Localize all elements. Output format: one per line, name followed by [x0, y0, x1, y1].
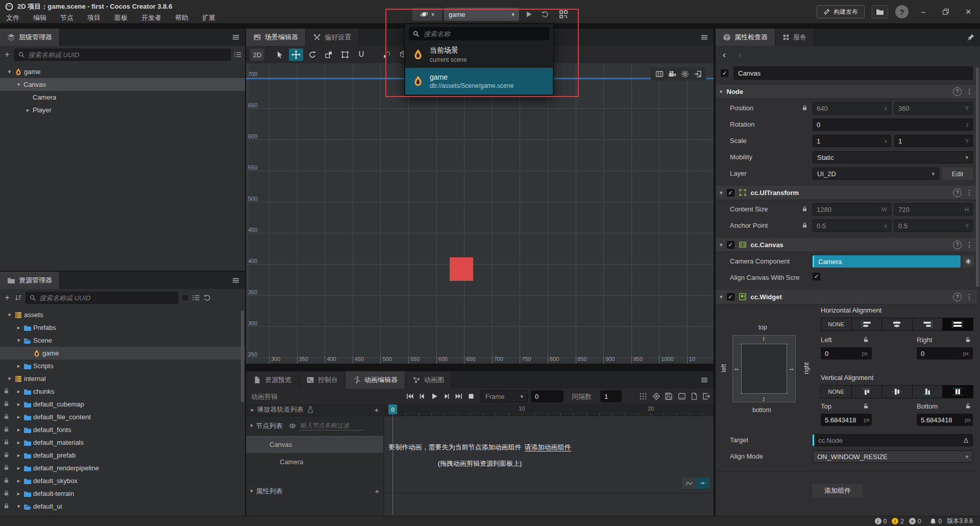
widget-right-field[interactable]: 0px [917, 347, 973, 360]
hierarchy-search[interactable] [14, 49, 231, 61]
assets-scrollbar[interactable] [241, 310, 244, 402]
dots-grid-icon[interactable] [639, 392, 647, 400]
minimize-button[interactable]: − [916, 4, 931, 19]
hierarchy-tree-row[interactable]: ▸ Player [0, 104, 245, 116]
kebab-menu-icon[interactable]: ⋮ [966, 87, 973, 95]
collapse-icon[interactable]: ▾ [720, 294, 723, 300]
rect-tool-button[interactable] [338, 49, 352, 61]
expand-arrow-icon[interactable]: ▾ [250, 488, 253, 494]
assets-tree-row[interactable]: ▾ default_ui [0, 500, 245, 513]
expand-arrow-icon[interactable]: ▸ [15, 414, 22, 420]
add-property-button[interactable]: + [375, 487, 379, 495]
valign-none-button[interactable]: NONE [821, 386, 851, 398]
assets-tree-row[interactable]: ▸ default_file_content [0, 411, 245, 423]
expand-arrow-icon[interactable]: ▸ [15, 388, 22, 395]
add-component-button[interactable]: 添加组件 [812, 483, 864, 498]
nav-back-button[interactable]: ‹ [723, 50, 726, 60]
preview-play-button[interactable] [522, 8, 536, 21]
tab-asset-preview[interactable]: 资源预览 [246, 371, 299, 389]
widget-target-field[interactable]: cc.Node Δ [813, 434, 973, 446]
scale-tool-button[interactable] [322, 49, 336, 61]
scale-x-field[interactable]: 1x [813, 135, 891, 147]
assets-type-toggle[interactable] [182, 294, 189, 301]
assets-tree-row[interactable]: ▸ default_prefab [0, 449, 245, 462]
track-list-header[interactable]: ▸ 播放器轨道列表 + [246, 403, 384, 416]
assets-tree-row[interactable]: ▾ internal [0, 372, 245, 385]
playhead-frame-chip[interactable]: 0 [388, 404, 397, 414]
hierarchy-tree-row[interactable]: Camera [0, 91, 245, 104]
expand-arrow-icon[interactable]: ▾ [15, 337, 22, 344]
anchor-tool-button[interactable] [354, 49, 369, 61]
assets-tree-row[interactable]: ▸ default-terrain [0, 487, 245, 500]
content-width-field[interactable]: 1280W [813, 203, 891, 216]
frame-value-input[interactable]: 0 [531, 390, 564, 402]
menu-item[interactable]: 面板 [114, 13, 128, 22]
keyframe-icon[interactable] [652, 392, 660, 400]
build-publish-button[interactable]: 构建发布 [817, 5, 865, 18]
expand-arrow-icon[interactable]: ▸ [251, 407, 254, 413]
restore-button[interactable] [938, 4, 953, 19]
hierarchy-menu-icon[interactable] [232, 33, 240, 41]
widget-left-field[interactable]: 0px [821, 347, 872, 360]
expand-arrow-icon[interactable]: ▸ [15, 477, 22, 484]
anchor-y-field[interactable]: 0.5Y [894, 220, 973, 232]
widget-bottom-field[interactable]: 5.6843418px [917, 414, 973, 426]
curve-view-button[interactable] [682, 477, 696, 489]
widget-enabled-checkbox[interactable]: ✓ [727, 293, 734, 301]
tab-animation-graph[interactable]: 动画图 [405, 371, 452, 389]
expand-arrow-icon[interactable]: ▾ [6, 312, 13, 318]
assets-tree-row[interactable]: ▸ default_fonts [0, 423, 245, 436]
uitransform-section-header[interactable]: ▾ ✓ cc.UITransform ? ⋮ [716, 185, 977, 200]
expand-arrow-icon[interactable]: ▸ [15, 324, 22, 331]
expand-arrow-icon[interactable]: ▾ [250, 422, 253, 429]
dropdown-item-game-scene[interactable]: game db://assets/Scene/game.scene [405, 68, 553, 94]
kebab-menu-icon[interactable]: ⋮ [966, 188, 973, 197]
export-icon[interactable] [702, 392, 710, 400]
animation-menu-icon[interactable] [700, 376, 708, 384]
close-button[interactable]: × [961, 4, 976, 19]
kebab-menu-icon[interactable]: ⋮ [966, 293, 973, 301]
assets-tree-row[interactable]: game [0, 347, 245, 360]
bottom-lock-icon[interactable] [965, 402, 971, 410]
dopesheet-view-button[interactable] [696, 477, 709, 489]
frame-mode-select[interactable]: Frame ▾ [481, 390, 528, 402]
scene-search-input[interactable] [423, 30, 546, 38]
halign-right-button[interactable] [913, 318, 943, 330]
tab-animation-editor[interactable]: 动画编辑器 [346, 371, 405, 389]
expand-arrow-icon[interactable]: ▸ [15, 465, 22, 471]
assets-tree-row[interactable]: ▸ chunks [0, 385, 245, 398]
layer-edit-button[interactable]: Edit [942, 168, 973, 180]
notification-count[interactable]: 0 [929, 518, 942, 525]
step-forward-icon[interactable] [443, 392, 451, 400]
assets-menu-icon[interactable] [232, 276, 240, 284]
content-height-field[interactable]: 720H [894, 203, 973, 216]
menu-item[interactable]: 项目 [87, 13, 101, 22]
canvas-enabled-checkbox[interactable]: ✓ [727, 241, 734, 249]
help-icon[interactable]: ? [953, 188, 962, 197]
snap-tool-button[interactable] [380, 49, 394, 61]
save-icon[interactable] [665, 392, 673, 400]
collapse-icon[interactable]: ▾ [720, 242, 723, 248]
anchor-x-field[interactable]: 0.5x [813, 220, 891, 232]
menu-item[interactable]: 开发者 [141, 13, 161, 22]
node-enabled-checkbox[interactable]: ✓ [721, 69, 728, 77]
rotate-tool-button[interactable] [305, 49, 320, 61]
dropdown-item-current-scene[interactable]: 当前场景 current scene [405, 42, 553, 67]
right-lock-icon[interactable] [965, 336, 971, 343]
doc-icon[interactable] [690, 392, 698, 400]
camera-view-icon[interactable] [668, 70, 676, 78]
tab-scene-editor[interactable]: 场景编辑器 [246, 29, 306, 46]
top-lock-icon[interactable] [863, 402, 869, 410]
collapse-icon[interactable]: ▾ [720, 88, 723, 95]
inspector-scrollbar[interactable] [976, 67, 979, 287]
canvas-section-header[interactable]: ▾ ✓ cc.Canvas ? ⋮ [716, 237, 977, 252]
stop-icon[interactable] [467, 392, 475, 400]
move-tool-button[interactable] [289, 49, 303, 61]
interval-input[interactable]: 1 [600, 390, 622, 402]
halign-stretch-button[interactable] [943, 318, 973, 330]
position-x-field[interactable]: 640x [813, 102, 891, 114]
expand-arrow-icon[interactable]: ▾ [15, 81, 22, 88]
node-filter-input[interactable] [299, 421, 364, 431]
valign-middle-button[interactable] [882, 386, 912, 398]
hierarchy-tree-row[interactable]: ▾ Canvas [0, 78, 245, 91]
